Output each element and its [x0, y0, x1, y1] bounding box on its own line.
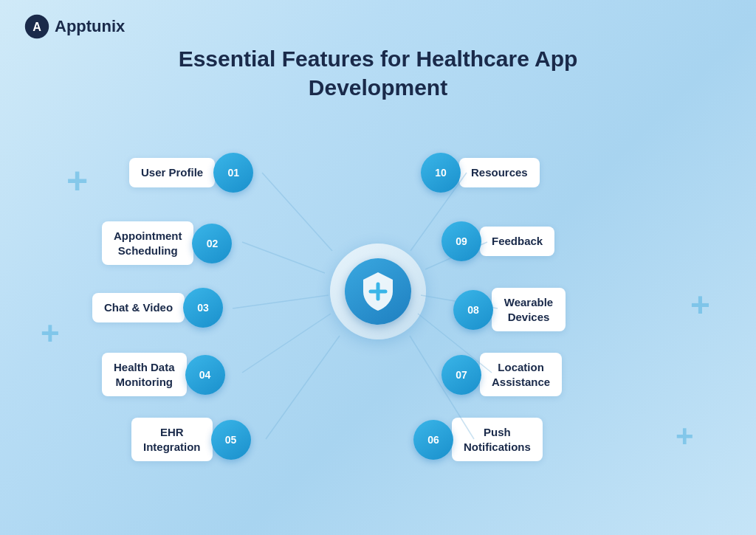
- label-wearable: WearableDevices: [492, 288, 566, 331]
- center-shield: [330, 244, 426, 339]
- badge-09: 09: [441, 221, 481, 261]
- label-location: LocationAssistance: [480, 353, 562, 396]
- svg-line-7: [242, 314, 331, 373]
- plus-decoration-2: +: [41, 317, 60, 350]
- feature-health-data: 04 Health DataMonitoring: [102, 353, 225, 396]
- label-resources: Resources: [459, 158, 540, 187]
- feature-push: 06 PushNotifications: [413, 418, 543, 461]
- plus-decoration-1: +: [66, 162, 88, 199]
- svg-line-8: [266, 336, 340, 439]
- logo: A Apptunix: [24, 13, 125, 40]
- svg-text:A: A: [32, 20, 41, 33]
- badge-02: 02: [192, 224, 232, 263]
- feature-wearable: 08 WearableDevices: [453, 288, 566, 331]
- label-appointment: AppointmentScheduling: [102, 221, 193, 265]
- feature-chat-video: 03 Chat & Video: [92, 288, 223, 328]
- badge-07: 07: [441, 355, 481, 395]
- label-ehr: EHRIntegration: [131, 418, 213, 461]
- feature-location: 07 LocationAssistance: [441, 353, 562, 396]
- label-user-profile: User Profile: [129, 158, 215, 187]
- badge-01: 01: [213, 153, 253, 193]
- label-push: PushNotifications: [452, 418, 543, 461]
- feature-user-profile: 01 User Profile: [129, 153, 253, 193]
- page-title: Essential Features for Healthcare App De…: [157, 44, 599, 102]
- plus-decoration-4: +: [676, 421, 694, 452]
- badge-06: 06: [413, 420, 453, 460]
- badge-05: 05: [211, 420, 251, 460]
- label-feedback: Feedback: [480, 227, 554, 256]
- logo-icon: A: [24, 13, 50, 40]
- svg-line-6: [233, 295, 329, 308]
- badge-03: 03: [183, 288, 223, 328]
- shield-inner: [345, 258, 411, 325]
- shield-outer: [330, 244, 426, 339]
- svg-line-5: [242, 242, 325, 273]
- badge-08: 08: [453, 290, 493, 330]
- feature-resources: 10 Resources: [421, 153, 540, 193]
- label-chat-video: Chat & Video: [92, 293, 185, 322]
- plus-decoration-3: +: [690, 288, 710, 322]
- svg-line-4: [262, 173, 332, 251]
- badge-10: 10: [421, 153, 461, 193]
- logo-text: Apptunix: [55, 17, 125, 36]
- label-health-data: Health DataMonitoring: [102, 353, 187, 396]
- feature-appointment: 02 AppointmentScheduling: [102, 221, 232, 265]
- feature-feedback: 09 Feedback: [441, 221, 554, 261]
- feature-ehr: 05 EHRIntegration: [131, 418, 251, 461]
- badge-04: 04: [185, 355, 225, 395]
